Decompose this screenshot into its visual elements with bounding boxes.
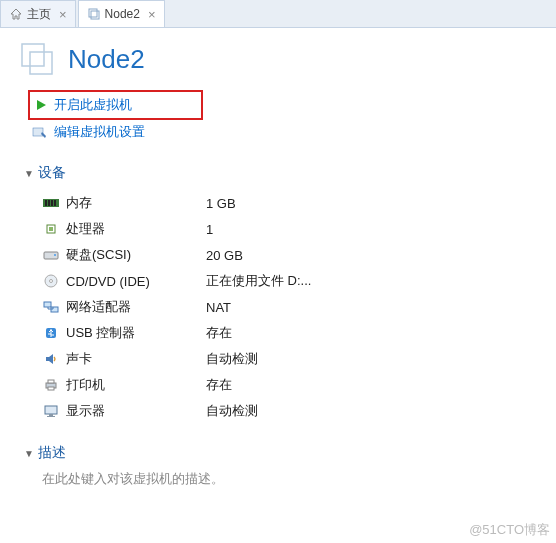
wrench-icon: [32, 125, 48, 139]
cpu-icon: [42, 222, 60, 236]
tab-home[interactable]: 主页 ×: [0, 0, 76, 27]
vm-large-icon: [18, 40, 56, 78]
home-icon: [9, 7, 23, 21]
vm-icon: [87, 7, 101, 21]
device-label: 打印机: [66, 376, 206, 394]
device-value: NAT: [206, 300, 231, 315]
device-value: 自动检测: [206, 350, 258, 368]
svg-rect-16: [44, 302, 51, 307]
device-row[interactable]: 处理器1: [42, 216, 538, 242]
device-label: 网络适配器: [66, 298, 206, 316]
svg-point-13: [54, 254, 56, 256]
tab-bar: 主页 × Node2 ×: [0, 0, 556, 28]
device-label: CD/DVD (IDE): [66, 274, 206, 289]
svg-rect-20: [48, 380, 54, 383]
tab-node[interactable]: Node2 ×: [78, 0, 165, 27]
sound-icon: [42, 352, 60, 366]
chevron-down-icon: ▼: [24, 448, 34, 459]
description-section: ▼ 描述 在此处键入对该虚拟机的描述。: [24, 444, 538, 488]
svg-rect-8: [51, 200, 53, 206]
tab-node-label: Node2: [105, 7, 140, 21]
power-on-action[interactable]: 开启此虚拟机: [28, 90, 203, 120]
device-value: 1 GB: [206, 196, 236, 211]
description-hint[interactable]: 在此处键入对该虚拟机的描述。: [42, 470, 538, 488]
memory-icon: [42, 196, 60, 210]
devices-section: ▼ 设备 内存1 GB处理器1硬盘(SCSI)20 GBCD/DVD (IDE)…: [24, 164, 538, 424]
display-icon: [42, 404, 60, 418]
device-value: 正在使用文件 D:...: [206, 272, 311, 290]
device-label: 内存: [66, 194, 206, 212]
description-header[interactable]: ▼ 描述: [24, 444, 538, 462]
device-row[interactable]: USB 控制器存在: [42, 320, 538, 346]
device-row[interactable]: 内存1 GB: [42, 190, 538, 216]
device-label: 显示器: [66, 402, 206, 420]
svg-point-15: [50, 280, 53, 283]
device-value: 存在: [206, 376, 232, 394]
svg-rect-2: [22, 44, 44, 66]
edit-settings-action[interactable]: 编辑虚拟机设置: [28, 120, 538, 144]
device-row[interactable]: CD/DVD (IDE)正在使用文件 D:...: [42, 268, 538, 294]
svg-rect-6: [45, 200, 47, 206]
edit-settings-label: 编辑虚拟机设置: [54, 123, 145, 141]
vm-title: Node2: [68, 44, 145, 75]
printer-icon: [42, 378, 60, 392]
chevron-down-icon: ▼: [24, 168, 34, 179]
svg-rect-9: [54, 200, 56, 206]
disk-icon: [42, 248, 60, 262]
devices-header[interactable]: ▼ 设备: [24, 164, 538, 182]
svg-rect-0: [89, 9, 97, 17]
watermark: @51CTO博客: [469, 521, 550, 539]
device-label: 硬盘(SCSI): [66, 246, 206, 264]
svg-rect-21: [48, 387, 54, 390]
power-on-label: 开启此虚拟机: [54, 96, 132, 114]
net-icon: [42, 300, 60, 314]
close-icon[interactable]: ×: [59, 7, 67, 22]
svg-rect-3: [30, 52, 52, 74]
svg-rect-22: [45, 406, 57, 414]
svg-rect-4: [33, 128, 43, 136]
svg-rect-7: [48, 200, 50, 206]
device-label: 声卡: [66, 350, 206, 368]
device-value: 自动检测: [206, 402, 258, 420]
device-value: 1: [206, 222, 213, 237]
device-row[interactable]: 打印机存在: [42, 372, 538, 398]
vm-actions: 开启此虚拟机 编辑虚拟机设置: [28, 90, 538, 144]
device-row[interactable]: 硬盘(SCSI)20 GB: [42, 242, 538, 268]
usb-icon: [42, 326, 60, 340]
close-icon[interactable]: ×: [148, 7, 156, 22]
play-icon: [34, 98, 48, 112]
cd-icon: [42, 274, 60, 288]
tab-home-label: 主页: [27, 6, 51, 23]
svg-rect-12: [44, 252, 58, 259]
description-title: 描述: [38, 444, 66, 462]
svg-rect-1: [91, 11, 99, 19]
device-row[interactable]: 显示器自动检测: [42, 398, 538, 424]
device-label: 处理器: [66, 220, 206, 238]
device-row[interactable]: 网络适配器NAT: [42, 294, 538, 320]
svg-rect-24: [47, 416, 55, 417]
svg-rect-23: [49, 414, 53, 416]
svg-rect-11: [49, 227, 53, 231]
device-row[interactable]: 声卡自动检测: [42, 346, 538, 372]
device-list: 内存1 GB处理器1硬盘(SCSI)20 GBCD/DVD (IDE)正在使用文…: [42, 190, 538, 424]
devices-title: 设备: [38, 164, 66, 182]
device-label: USB 控制器: [66, 324, 206, 342]
device-value: 存在: [206, 324, 232, 342]
device-value: 20 GB: [206, 248, 243, 263]
vm-header: Node2: [18, 40, 538, 78]
